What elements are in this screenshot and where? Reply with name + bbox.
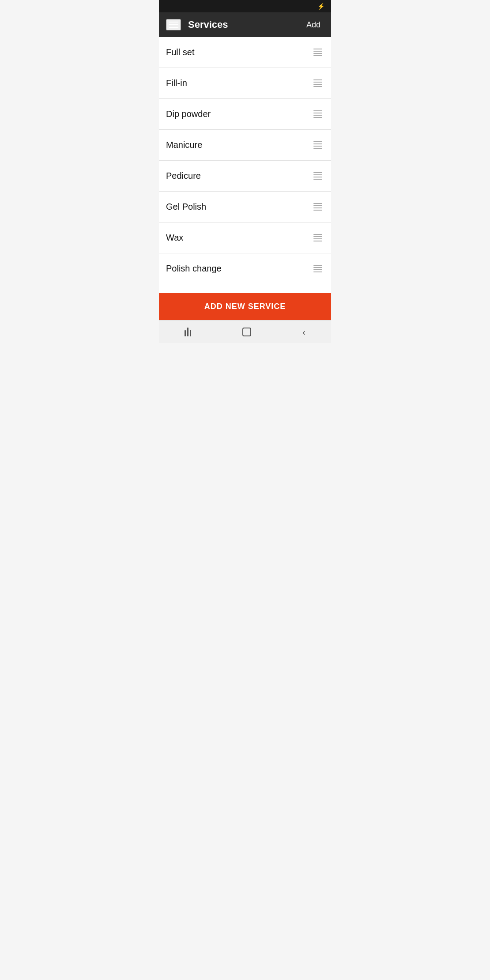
- drag-handle-icon[interactable]: [312, 109, 324, 120]
- recents-button[interactable]: [174, 324, 202, 340]
- service-item-label: Wax: [166, 233, 183, 243]
- back-icon: ‹: [302, 328, 305, 336]
- back-button[interactable]: ‹: [292, 324, 316, 340]
- list-item[interactable]: Gel Polish: [159, 192, 331, 222]
- status-bar: ⚡: [159, 0, 331, 12]
- home-icon: [242, 328, 251, 336]
- service-item-label: Full set: [166, 47, 194, 57]
- drag-handle-icon[interactable]: [312, 263, 324, 274]
- list-item[interactable]: Dip powder: [159, 99, 331, 130]
- recents-icon: [185, 328, 191, 336]
- home-button[interactable]: [232, 324, 262, 340]
- service-item-label: Polish change: [166, 264, 222, 274]
- list-item[interactable]: Wax: [159, 222, 331, 253]
- drag-handle-icon[interactable]: [312, 139, 324, 151]
- service-item-label: Fill-in: [166, 78, 187, 88]
- page-title: Services: [188, 19, 303, 30]
- service-item-label: Pedicure: [166, 171, 201, 181]
- drag-handle-icon[interactable]: [312, 201, 324, 212]
- service-item-label: Dip powder: [166, 109, 211, 119]
- list-item[interactable]: Full set: [159, 37, 331, 68]
- list-item[interactable]: Fill-in: [159, 68, 331, 99]
- list-item[interactable]: Pedicure: [159, 161, 331, 192]
- service-item-label: Manicure: [166, 140, 202, 150]
- drag-handle-icon[interactable]: [312, 47, 324, 58]
- menu-button[interactable]: [166, 19, 181, 30]
- add-new-service-button[interactable]: ADD NEW SERVICE: [159, 293, 331, 320]
- list-item[interactable]: Polish change: [159, 253, 331, 284]
- add-button[interactable]: Add: [303, 19, 324, 31]
- list-item[interactable]: Manicure: [159, 130, 331, 161]
- drag-handle-icon[interactable]: [312, 232, 324, 243]
- drag-handle-icon[interactable]: [312, 78, 324, 89]
- bottom-nav: ‹: [159, 320, 331, 343]
- drag-handle-icon[interactable]: [312, 170, 324, 181]
- app-header: Services Add: [159, 12, 331, 37]
- service-item-label: Gel Polish: [166, 202, 206, 212]
- battery-bolt-icon: ⚡: [317, 3, 325, 10]
- services-list: Full setFill-inDip powderManicurePedicur…: [159, 37, 331, 293]
